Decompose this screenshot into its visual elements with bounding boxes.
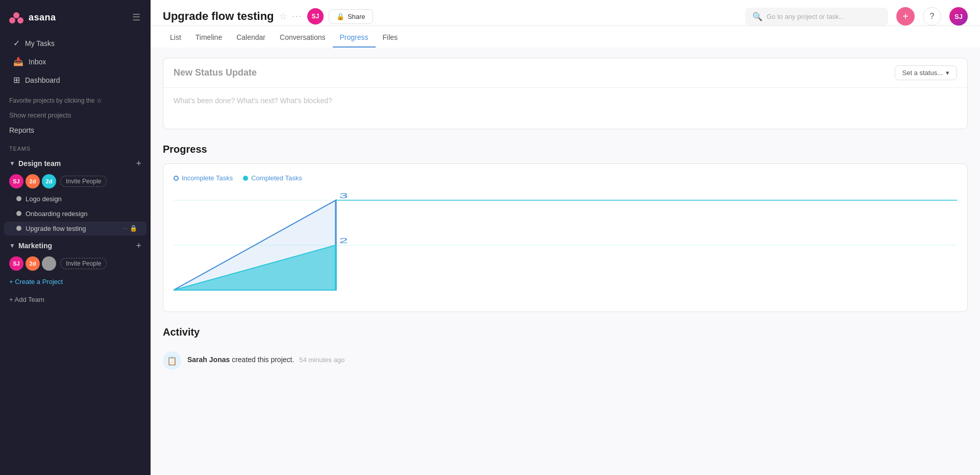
- sidebar-nav: ✓ My Tasks 📥 Inbox ⊞ Dashboard: [0, 32, 151, 93]
- project-item-upgrade-flow[interactable]: Upgrade flow testing ··· 🔒: [4, 222, 146, 235]
- marketing-team-label: ▼ Marketing: [9, 242, 52, 250]
- activity-section: Activity 📋 Sarah Jonas created this proj…: [163, 326, 968, 375]
- project-avatar: SJ: [307, 8, 324, 25]
- create-project-button[interactable]: + Create a Project: [0, 274, 151, 290]
- chevron-down-icon: ▼: [9, 160, 15, 167]
- show-recent-projects-link[interactable]: Show recent projects: [0, 108, 151, 122]
- sidebar-collapse-button[interactable]: ☰: [130, 10, 142, 25]
- favorite-star-icon[interactable]: ☆: [279, 11, 287, 22]
- set-status-button[interactable]: Set a status... ▾: [895, 65, 958, 80]
- add-team-button[interactable]: + Add Team: [0, 292, 151, 307]
- main-content: Upgrade flow testing ☆ ··· SJ 🔒 Share 🔍 …: [151, 0, 980, 475]
- project-dot: [16, 226, 21, 231]
- chart-legend: Incomplete Tasks Completed Tasks: [174, 174, 957, 182]
- search-bar[interactable]: 🔍 Go to any project or task...: [745, 8, 888, 26]
- tab-timeline[interactable]: Timeline: [188, 28, 229, 48]
- status-card-header: New Status Update Set a status... ▾: [163, 58, 967, 88]
- add-to-design-team-button[interactable]: +: [136, 159, 141, 168]
- avatar: SJ: [9, 174, 23, 188]
- main-scroll-area: New Status Update Set a status... ▾ What…: [151, 48, 980, 475]
- avatar: 2d: [26, 256, 40, 271]
- lock-icon: 🔒: [336, 13, 345, 20]
- project-actions: ··· 🔒: [123, 225, 137, 232]
- search-icon: 🔍: [752, 12, 763, 21]
- topbar-right: 🔍 Go to any project or task... + ? SJ: [745, 7, 968, 26]
- status-placeholder: What's been done? What's next? What's bl…: [174, 97, 332, 105]
- sidebar-item-label: My Tasks: [25, 39, 55, 48]
- activity-icon: 📋: [163, 351, 181, 370]
- svg-text:3: 3: [339, 191, 348, 200]
- svg-text:2: 2: [339, 236, 348, 245]
- project-item-logo-design[interactable]: Logo design: [4, 192, 146, 206]
- tab-files[interactable]: Files: [376, 28, 405, 48]
- inbox-icon: 📥: [13, 57, 23, 66]
- avatar: 2d: [26, 174, 40, 188]
- teams-section-label: Teams: [0, 142, 151, 154]
- tab-calendar[interactable]: Calendar: [229, 28, 273, 48]
- chevron-down-icon: ▼: [9, 242, 15, 249]
- legend-incomplete[interactable]: Incomplete Tasks: [174, 174, 233, 182]
- project-title: Upgrade flow testing: [163, 10, 274, 23]
- my-tasks-icon: ✓: [13, 38, 20, 48]
- design-team-header[interactable]: ▼ Design team +: [0, 154, 151, 171]
- status-update-card: New Status Update Set a status... ▾ What…: [163, 58, 968, 129]
- lock-icon: 🔒: [130, 225, 137, 232]
- avatar: 2d: [42, 174, 56, 188]
- sidebar-item-dashboard[interactable]: ⊞ Dashboard: [4, 71, 146, 89]
- project-dot: [16, 196, 21, 201]
- user-avatar[interactable]: SJ: [949, 7, 968, 26]
- legend-completed[interactable]: Completed Tasks: [243, 174, 302, 182]
- project-dot: [16, 211, 21, 216]
- status-card-body[interactable]: What's been done? What's next? What's bl…: [163, 88, 967, 129]
- sidebar: asana ☰ ✓ My Tasks 📥 Inbox ⊞ Dashboard F…: [0, 0, 151, 475]
- completed-legend-dot: [243, 176, 248, 181]
- topbar: Upgrade flow testing ☆ ··· SJ 🔒 Share 🔍 …: [151, 0, 980, 26]
- progress-section-title: Progress: [163, 144, 968, 155]
- sidebar-item-reports[interactable]: Reports: [0, 122, 151, 138]
- add-button[interactable]: +: [896, 7, 915, 26]
- chevron-down-icon: ▾: [946, 69, 949, 77]
- star-icon: ☆: [96, 97, 102, 104]
- svg-point-0: [13, 12, 19, 18]
- activity-text: Sarah Jonas created this project. 54 min…: [187, 351, 345, 365]
- asana-logo-icon: [8, 9, 24, 26]
- sidebar-item-label: Dashboard: [25, 76, 60, 84]
- tab-progress[interactable]: Progress: [333, 28, 376, 48]
- progress-chart: 3 2: [174, 189, 957, 301]
- design-team-members: SJ 2d 2d Invite People: [0, 171, 151, 192]
- sidebar-item-inbox[interactable]: 📥 Inbox: [4, 53, 146, 70]
- avatar: [42, 256, 56, 271]
- sidebar-item-label: Inbox: [29, 58, 46, 66]
- project-item-onboarding-redesign[interactable]: Onboarding redesign: [4, 207, 146, 221]
- svg-point-1: [9, 17, 15, 23]
- dashboard-icon: ⊞: [13, 75, 20, 85]
- activity-author: Sarah Jonas: [187, 355, 230, 364]
- tab-conversations[interactable]: Conversations: [273, 28, 333, 48]
- status-card-title: New Status Update: [174, 67, 257, 78]
- asana-logo-text: asana: [29, 12, 56, 23]
- activity-time: 54 minutes ago: [299, 356, 345, 364]
- sidebar-top: asana ☰: [0, 0, 151, 32]
- marketing-team-invite-button[interactable]: Invite People: [60, 258, 107, 269]
- sidebar-item-my-tasks[interactable]: ✓ My Tasks: [4, 34, 146, 52]
- marketing-team-header[interactable]: ▼ Marketing +: [0, 236, 151, 253]
- design-team-label: ▼ Design team: [9, 159, 61, 168]
- activity-item: 📋 Sarah Jonas created this project. 54 m…: [163, 346, 968, 375]
- design-team-invite-button[interactable]: Invite People: [60, 176, 107, 187]
- asana-logo[interactable]: asana: [8, 9, 56, 26]
- project-tabs: List Timeline Calendar Conversations Pro…: [151, 28, 980, 48]
- incomplete-legend-dot: [174, 176, 179, 181]
- progress-section: Progress Incomplete Tasks Completed Task…: [163, 144, 968, 312]
- project-title-area: Upgrade flow testing ☆ ··· SJ 🔒 Share: [163, 8, 373, 25]
- share-button[interactable]: 🔒 Share: [329, 9, 373, 24]
- more-options-icon[interactable]: ···: [292, 12, 302, 21]
- progress-card: Incomplete Tasks Completed Tasks: [163, 163, 968, 312]
- tab-list[interactable]: List: [163, 28, 188, 48]
- avatar: SJ: [9, 256, 23, 271]
- svg-point-2: [17, 17, 23, 23]
- add-to-marketing-team-button[interactable]: +: [136, 241, 141, 250]
- chart-svg: 3 2: [174, 189, 957, 301]
- help-button[interactable]: ?: [923, 7, 941, 26]
- activity-section-title: Activity: [163, 326, 968, 338]
- favorite-hint: Favorite projects by clicking the ☆: [0, 93, 151, 108]
